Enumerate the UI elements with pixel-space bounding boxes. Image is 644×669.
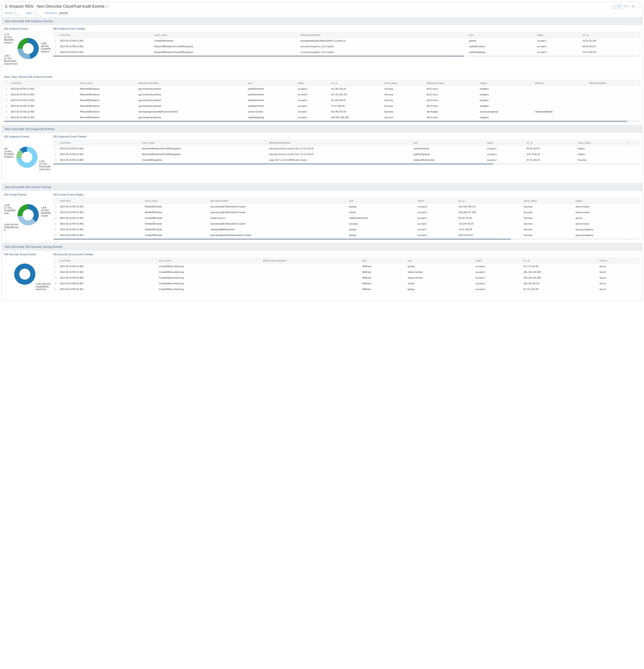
col-header[interactable]: dBInstanceClass bbox=[425, 80, 478, 86]
col-header[interactable]: eventTime bbox=[9, 80, 78, 86]
table-row[interactable]: 12022-05-31T05:12:49ZModifyDBClusterauro… bbox=[53, 204, 640, 210]
col-header[interactable]: dBSnapshotIdentifier bbox=[267, 140, 412, 146]
table-cell: 2022-05-31T05:12:49Z bbox=[58, 215, 143, 221]
table-row[interactable]: 52022-05-31T05:12:49ZDeleteDBClusternath… bbox=[53, 227, 640, 232]
table-cell: us-east-1 bbox=[474, 269, 521, 275]
col-header[interactable]: eventTime bbox=[58, 32, 153, 38]
table-cell: Success bbox=[383, 109, 425, 115]
col-header[interactable]: event_name bbox=[143, 198, 209, 204]
donut-label: 4,995 (46.4%) CreateDB Instance bbox=[41, 42, 51, 53]
table-row[interactable]: 32022-05-31T05:12:49ZRebootDBInstancepg-… bbox=[4, 97, 640, 103]
table-row[interactable]: 42022-05-31T05:02:45ZCreateDBSecurityGro… bbox=[53, 281, 640, 286]
table-cell: IAMUser bbox=[360, 269, 406, 275]
col-header[interactable]: engine bbox=[478, 80, 533, 86]
col-header[interactable]: region bbox=[535, 32, 581, 38]
table-row[interactable]: 52022-05-31T05:12:49ZRebootDBInstanceaur… bbox=[4, 109, 640, 115]
col-header[interactable]: src_ip bbox=[329, 80, 383, 86]
col-header[interactable]: dbName bbox=[533, 80, 587, 86]
table-row[interactable]: 32022-05-31T05:02:45ZCreateDBSecurityGro… bbox=[53, 275, 640, 281]
col-header[interactable]: c bbox=[626, 140, 640, 146]
table-row[interactable]: 12022-05-31T05:12:50ZRestoreDBInstanceFr… bbox=[53, 146, 640, 152]
col-header[interactable]: src_ip bbox=[457, 198, 522, 204]
col-header[interactable]: dBSecurityGroupName bbox=[261, 258, 360, 264]
col-header[interactable]: event_status bbox=[383, 80, 425, 86]
table-row[interactable]: 22022-05-31T05:12:50ZRestoreDBInstanceFr… bbox=[53, 44, 640, 49]
col-header[interactable]: engine bbox=[574, 198, 640, 204]
col-header[interactable]: event_status bbox=[576, 140, 626, 146]
donut-instance[interactable]: 2,737 (25.4%) ModifyDB Instance 4,995 (4… bbox=[4, 32, 51, 72]
time-range-picker[interactable]: ◴ -24h bbox=[612, 4, 622, 9]
col-header[interactable]: event_name bbox=[140, 140, 267, 146]
chevron-down-icon[interactable]: ▾ bbox=[629, 5, 630, 8]
filter-icon[interactable]: ▼ bbox=[632, 5, 634, 8]
horizontal-scrollbar[interactable] bbox=[53, 56, 640, 57]
table-snapshot-details[interactable]: eventTimeevent_namedBSnapshotIdentifieru… bbox=[53, 140, 640, 163]
col-header[interactable]: event_s bbox=[598, 258, 640, 264]
table-row[interactable]: 12022-05-31T05:12:49ZCreateDBSecurityGro… bbox=[53, 264, 640, 269]
table-row[interactable]: 22022-05-31T05:12:49ZModifyDBClusterauro… bbox=[53, 210, 640, 215]
filter-namespace-input[interactable]: aws/rds bbox=[58, 12, 69, 15]
col-header[interactable]: user bbox=[467, 32, 535, 38]
filter-region-input[interactable]: * bbox=[33, 12, 39, 15]
table-row[interactable]: 12022-05-31T05:12:50ZCreateDBInstanceaur… bbox=[53, 38, 640, 44]
horizontal-scrollbar[interactable] bbox=[53, 163, 640, 165]
table-row[interactable]: 12022-05-31T05:12:50ZRebootDBInstancepg-… bbox=[4, 86, 640, 92]
table-cell bbox=[587, 115, 640, 120]
col-header[interactable]: dbinstanceidentifier bbox=[299, 32, 467, 38]
table-cell: postgres bbox=[478, 115, 533, 120]
col-header[interactable]: dBSnapshotIden bbox=[587, 80, 640, 86]
col-header[interactable]: src_ip bbox=[521, 258, 598, 264]
col-header[interactable]: user bbox=[412, 140, 485, 146]
table-row[interactable]: 62022-05-31T05:12:49ZRebootDBInstancepg-… bbox=[4, 115, 640, 120]
col-header[interactable]: eventTime bbox=[58, 258, 157, 264]
refresh-icon[interactable]: ⟳ bbox=[625, 5, 627, 8]
col-header[interactable]: src_ip bbox=[581, 32, 640, 38]
col-header[interactable]: src_ip bbox=[525, 140, 576, 146]
table-row[interactable]: 62022-05-31T05:12:49ZCreateDBClusterauro… bbox=[53, 232, 640, 238]
horizontal-scrollbar[interactable] bbox=[53, 239, 640, 240]
table-cell: postgres bbox=[478, 86, 533, 92]
donut-snapshot[interactable]: 642 (15.8%) CreateDB Snapshot 2,941 (72.… bbox=[4, 140, 51, 180]
col-header[interactable]: dbclusteridentifier bbox=[209, 198, 347, 204]
donut-security[interactable]: 1,336 (100.0%) CreateDBSec urityGroup bbox=[4, 258, 51, 298]
table-security-details[interactable]: eventTimeevent_namedBSecurityGroupNamety… bbox=[53, 258, 640, 292]
donut-cluster[interactable]: 1,438 (27.5%) CreateDBCl uster 1,936 (37… bbox=[4, 198, 51, 238]
table-row[interactable]: 32022-05-31T05:12:49ZCreateDBClusterclus… bbox=[53, 215, 640, 221]
col-header[interactable]: user bbox=[347, 198, 416, 204]
popout-icon[interactable]: ⧉ bbox=[106, 5, 108, 8]
horizontal-scrollbar[interactable] bbox=[4, 121, 640, 122]
table-row[interactable]: 32022-05-31T05:12:50ZRestoreDBInstanceFr… bbox=[53, 49, 640, 55]
col-header[interactable]: type bbox=[360, 258, 406, 264]
col-header[interactable]: event_name bbox=[78, 80, 137, 86]
table-cell: Success bbox=[383, 86, 425, 92]
table-ssr[interactable]: eventTimeevent_namedbinstanceidentifieru… bbox=[4, 80, 640, 120]
table-row[interactable]: 22022-05-31T05:12:50ZRebootDBInstancepg-… bbox=[4, 92, 640, 97]
table-row[interactable]: 42022-05-31T05:12:49ZDeleteDBClusterauro… bbox=[53, 221, 640, 227]
col-header[interactable]: region bbox=[416, 198, 457, 204]
col-header[interactable]: eventTime bbox=[58, 198, 143, 204]
col-header[interactable]: region bbox=[485, 140, 525, 146]
table-row[interactable]: 42022-05-31T05:12:49ZRebootDBInstancepg-… bbox=[4, 103, 640, 109]
col-header[interactable]: user bbox=[246, 80, 296, 86]
table-cell: suranjan bbox=[347, 221, 416, 227]
col-header[interactable]: user bbox=[406, 258, 474, 264]
col-header[interactable]: event_name bbox=[153, 32, 299, 38]
col-header[interactable]: dbinstanceidentifier bbox=[137, 80, 246, 86]
table-row[interactable]: 32022-05-31T05:12:49ZCreateDBSnapshotsna… bbox=[53, 157, 640, 163]
more-icon[interactable]: ⋮ bbox=[636, 5, 639, 8]
col-header[interactable]: region bbox=[474, 258, 521, 264]
table-cell: 185.134.103.208 bbox=[521, 269, 598, 275]
table-cell: James Gordon bbox=[406, 269, 474, 275]
table-row[interactable]: 22022-05-31T05:12:49ZCreateDBSecurityGro… bbox=[53, 269, 640, 275]
table-row[interactable]: 52022-05-31T05:02:45ZCreateDBSecurityGro… bbox=[53, 286, 640, 292]
table-row[interactable]: 22022-05-31T05:12:50ZRestoreDBInstanceFr… bbox=[53, 152, 640, 157]
table-cell: RebootDBInstance bbox=[78, 92, 137, 97]
col-header[interactable]: event_status bbox=[522, 198, 574, 204]
table-cell: opsRole/michel bbox=[467, 44, 535, 49]
col-header[interactable]: event_name bbox=[157, 258, 261, 264]
col-header[interactable]: eventTime bbox=[58, 140, 140, 146]
table-cluster-details[interactable]: eventTimeevent_namedbclusteridentifierus… bbox=[53, 198, 640, 238]
filter-account-input[interactable]: * bbox=[14, 12, 20, 15]
col-header[interactable]: region bbox=[296, 80, 329, 86]
table-instance-details[interactable]: eventTimeevent_namedbinstanceidentifieru… bbox=[53, 32, 640, 55]
